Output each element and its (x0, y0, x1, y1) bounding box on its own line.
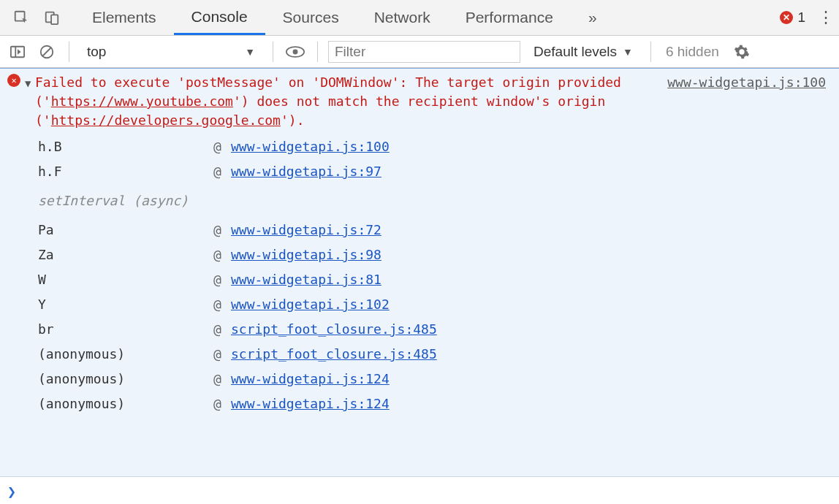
at-symbol: @ (213, 320, 231, 339)
error-count-value: 1 (797, 9, 805, 26)
clear-console-icon[interactable] (35, 40, 58, 64)
stack-location: script_foot_closure.js:485 (231, 345, 839, 364)
hidden-messages-button[interactable]: 6 hidden (661, 44, 724, 60)
chevron-down-icon: ▼ (623, 46, 633, 58)
source-link[interactable]: script_foot_closure.js:485 (231, 346, 437, 362)
at-symbol: @ (213, 345, 231, 364)
tab-elements[interactable]: Elements (75, 0, 174, 35)
console-output: ✕ ▼ Failed to execute 'postMessage' on '… (0, 68, 839, 477)
source-link[interactable]: www-widgetapi.js:124 (231, 371, 390, 386)
divider (317, 42, 318, 62)
stack-function: br (38, 320, 213, 339)
stack-frame: h.B@www-widgetapi.js:100 (0, 134, 839, 159)
async-label: setInterval (async) (38, 191, 839, 210)
stack-function: Pa (38, 221, 213, 240)
chevron-down-icon: ▼ (245, 46, 255, 58)
tab-label: Performance (466, 9, 553, 26)
stack-function: h.F (38, 162, 213, 181)
source-link[interactable]: www-widgetapi.js:97 (231, 164, 381, 179)
tab-label: Network (374, 9, 430, 26)
stack-function: h.B (38, 137, 213, 156)
source-link[interactable]: www-widgetapi.js:102 (231, 297, 390, 312)
svg-rect-2 (51, 15, 58, 24)
log-levels-selector[interactable]: Default levels ▼ (526, 44, 640, 60)
error-url-link[interactable]: https://www.youtube.com (51, 93, 233, 109)
source-link[interactable]: www-widgetapi.js:100 (231, 139, 390, 154)
at-symbol: @ (213, 245, 231, 264)
error-text: '). (281, 112, 305, 128)
at-symbol: @ (213, 295, 231, 314)
source-link[interactable]: www-widgetapi.js:124 (231, 396, 390, 411)
source-link[interactable]: script_foot_closure.js:485 (231, 321, 437, 337)
disclosure-triangle-icon[interactable]: ▼ (25, 74, 31, 93)
stack-location: www-widgetapi.js:102 (231, 295, 839, 314)
stack-frame: (anonymous)@www-widgetapi.js:124 (0, 367, 839, 392)
stack-location: www-widgetapi.js:98 (231, 245, 839, 264)
error-count-button[interactable]: ✕ 1 (772, 0, 813, 35)
at-symbol: @ (213, 221, 231, 240)
divider (69, 42, 69, 62)
tabs-overflow[interactable]: » (571, 0, 615, 35)
filter-input[interactable] (328, 41, 520, 63)
tab-performance[interactable]: Performance (448, 0, 571, 35)
tab-sources[interactable]: Sources (265, 0, 357, 35)
toggle-sidebar-icon[interactable] (6, 40, 29, 64)
device-toggle-icon[interactable] (37, 0, 67, 35)
settings-gear-icon[interactable] (729, 44, 754, 60)
error-url-link[interactable]: https://developers.google.com (51, 112, 281, 128)
stack-location: www-widgetapi.js:97 (231, 162, 839, 181)
panel-tabs: Elements Console Sources Network Perform… (75, 0, 615, 35)
at-symbol: @ (213, 162, 231, 181)
stack-frame: Pa@www-widgetapi.js:72 (0, 218, 839, 243)
tab-network[interactable]: Network (357, 0, 448, 35)
prompt-caret-icon: ❯ (7, 483, 16, 500)
divider (273, 42, 273, 62)
stack-frame: W@www-widgetapi.js:81 (0, 267, 839, 292)
stack-async-divider: setInterval (async) (0, 184, 839, 218)
at-symbol: @ (213, 137, 231, 156)
inspect-icon[interactable] (6, 0, 37, 35)
stack-function: (anonymous) (38, 394, 213, 413)
stack-function: (anonymous) (38, 370, 213, 389)
tab-label: Console (191, 8, 248, 26)
stack-location: www-widgetapi.js:81 (231, 270, 839, 289)
stack-trace: h.B@www-widgetapi.js:100h.F@www-widgetap… (0, 133, 839, 416)
at-symbol: @ (213, 394, 231, 413)
stack-function: Za (38, 245, 213, 264)
context-value: top (87, 44, 106, 60)
stack-frame: h.F@www-widgetapi.js:97 (0, 159, 839, 184)
stack-frame: Za@www-widgetapi.js:98 (0, 243, 839, 267)
stack-frame: Y@www-widgetapi.js:102 (0, 292, 839, 317)
devtools-tabbar: Elements Console Sources Network Perform… (0, 0, 839, 36)
tab-label: Elements (92, 9, 156, 26)
source-link[interactable]: www-widgetapi.js:72 (231, 222, 381, 237)
tab-label: Sources (283, 9, 339, 26)
console-error-message[interactable]: ✕ ▼ Failed to execute 'postMessage' on '… (0, 69, 839, 133)
console-toolbar: top ▼ Default levels ▼ 6 hidden (0, 36, 839, 68)
stack-function: (anonymous) (38, 345, 213, 364)
error-icon: ✕ (780, 11, 793, 24)
context-selector[interactable]: top ▼ (80, 41, 262, 63)
stack-location: www-widgetapi.js:72 (231, 221, 839, 240)
stack-location: script_foot_closure.js:485 (231, 320, 839, 339)
stack-frame: br@script_foot_closure.js:485 (0, 317, 839, 342)
stack-location: www-widgetapi.js:100 (231, 137, 839, 156)
source-link[interactable]: www-widgetapi.js:98 (231, 247, 381, 262)
console-prompt[interactable]: ❯ (0, 478, 839, 504)
tab-console[interactable]: Console (174, 0, 265, 35)
at-symbol: @ (213, 270, 231, 289)
stack-location: www-widgetapi.js:124 (231, 370, 839, 389)
more-menu-icon[interactable]: ⋮ (813, 0, 839, 35)
hidden-label: 6 hidden (666, 44, 719, 59)
stack-frame: (anonymous)@www-widgetapi.js:124 (0, 392, 839, 416)
source-link[interactable]: www-widgetapi.js:100 (667, 73, 826, 92)
svg-line-6 (43, 47, 51, 56)
stack-location: www-widgetapi.js:124 (231, 394, 839, 413)
stack-function: W (38, 270, 213, 289)
stack-frame: (anonymous)@script_foot_closure.js:485 (0, 342, 839, 367)
live-expression-icon[interactable] (284, 40, 307, 64)
divider (650, 42, 651, 62)
error-icon: ✕ (7, 74, 20, 87)
levels-label: Default levels (534, 44, 617, 60)
source-link[interactable]: www-widgetapi.js:81 (231, 272, 381, 287)
